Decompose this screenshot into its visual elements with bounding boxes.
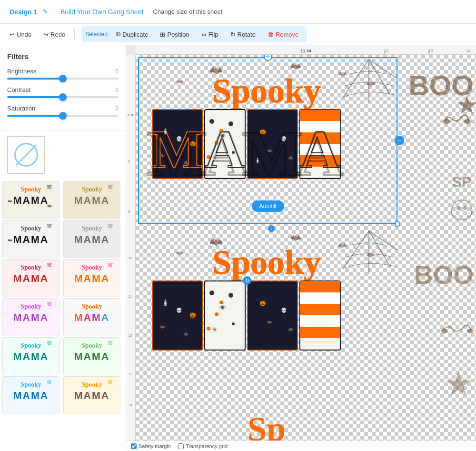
- svg-text:🕯️: 🕯️: [162, 299, 169, 306]
- bottom-bar: Safety margin Transparency grid: [126, 441, 476, 451]
- thumbnail-item[interactable]: Spooky MAMA 🕸 🦇: [2, 220, 60, 258]
- thumbnail-item[interactable]: Spooky MAMA 🕸: [63, 337, 120, 375]
- svg-text:MAMA: MAMA: [74, 195, 109, 206]
- thumbnail-item[interactable]: Spooky MAMA 🕸 🦇 🦇: [2, 181, 60, 219]
- svg-text:👻: 👻: [212, 326, 218, 332]
- svg-point-124: [232, 322, 235, 325]
- design-link[interactable]: Design 1: [10, 8, 37, 16]
- svg-text:🦇: 🦇: [8, 238, 12, 242]
- svg-line-110: [369, 231, 397, 250]
- svg-point-122: [228, 293, 233, 298]
- ruler-left-10: 10: [128, 256, 132, 260]
- svg-text:Spooky: Spooky: [81, 381, 102, 388]
- saturation-slider[interactable]: [7, 115, 119, 117]
- brightness-slider[interactable]: [7, 78, 119, 80]
- design-item-1[interactable]: ✛ ↔ Autofill 🦇 🦇 🦇 🦇 🦇: [138, 57, 397, 224]
- svg-rect-135: [300, 281, 340, 292]
- undo-label: Undo: [17, 31, 31, 38]
- svg-text:🎃: 🎃: [259, 300, 266, 306]
- brightness-filter: Brightness 0: [7, 68, 119, 80]
- contrast-filter: Contrast 0: [7, 86, 119, 98]
- svg-text:Spooky: Spooky: [81, 303, 102, 310]
- selected-group: Selected: ⧉ Duplicate ⊞ Position ⇔ Flip …: [81, 26, 307, 42]
- design-item-2[interactable]: ↻ 🦇 🦇 🦇 🦇 🦇: [138, 229, 397, 395]
- toolbar: ↩ Undo ↪ Redo Selected: ⧉ Duplicate ⊞ Po…: [0, 24, 476, 45]
- position-button[interactable]: ⊞ Position: [155, 29, 194, 40]
- svg-point-125: [207, 327, 210, 331]
- svg-rect-139: [300, 315, 340, 327]
- svg-line-64: [369, 60, 397, 79]
- svg-line-61: [343, 60, 369, 98]
- svg-text:🕸: 🕸: [47, 380, 52, 385]
- design-item-3-partial[interactable]: Sp: [138, 395, 397, 441]
- flip-button[interactable]: ⇔ Flip: [197, 29, 223, 40]
- svg-text:MAMA: MAMA: [74, 312, 109, 323]
- contrast-slider[interactable]: [7, 96, 119, 98]
- thumbnail-item[interactable]: Spooky MAMA 🕸: [2, 376, 60, 414]
- thumbnail-item[interactable]: Spooky MAMA 🕸: [63, 181, 120, 219]
- canvas-content[interactable]: BOO ★ SP BOO ★: [136, 55, 476, 441]
- saturation-filter: Saturation 0: [7, 105, 119, 117]
- svg-text:🦇: 🦇: [338, 241, 347, 250]
- svg-text:MAMA: MAMA: [74, 273, 109, 284]
- svg-text:MAMA: MAMA: [13, 390, 49, 401]
- svg-text:Spooky: Spooky: [20, 303, 41, 310]
- svg-rect-136: [300, 304, 340, 315]
- svg-text:🦇: 🦇: [290, 61, 301, 71]
- flip-label: Flip: [208, 31, 218, 38]
- thumbnail-item[interactable]: Spooky MAMA 🕸: [2, 337, 60, 375]
- safety-margin-label: Safety margin: [139, 443, 171, 449]
- thumbnail-item[interactable]: Spooky MAMA 🕸: [2, 298, 60, 336]
- redo-button[interactable]: ↪ Redo: [39, 28, 70, 41]
- ruler-left-11: 11: [128, 294, 132, 299]
- thumbnail-item[interactable]: Spooky MAMA 🕸: [63, 220, 120, 258]
- svg-text:🎃: 🎃: [189, 311, 196, 318]
- canvas-area[interactable]: 11.34 12 13 14 7.36 8 9 10 11 12 13 14 B…: [126, 45, 476, 451]
- svg-text:🦇: 🦇: [159, 324, 166, 330]
- rotate-button[interactable]: ↻ Rotate: [226, 29, 260, 40]
- no-image-placeholder: [7, 136, 45, 174]
- svg-text:Spooky: Spooky: [20, 381, 41, 388]
- undo-button[interactable]: ↩ Undo: [5, 28, 36, 41]
- safety-margin-checkbox[interactable]: [131, 443, 137, 449]
- filters-title: Filters: [7, 52, 119, 60]
- thumbnail-item[interactable]: Spooky MAMA: [63, 298, 120, 336]
- svg-text:Spooky: Spooky: [20, 225, 41, 232]
- resize-bottom-1[interactable]: ↕: [268, 225, 275, 232]
- svg-text:🕸: 🕸: [47, 341, 52, 346]
- svg-text:💀: 💀: [281, 307, 287, 313]
- contrast-label: Contrast: [7, 86, 30, 93]
- svg-text:🦇: 🦇: [267, 319, 273, 325]
- brightness-label: Brightness: [7, 68, 36, 75]
- thumbnail-item[interactable]: Spooky MAMA 🕸: [63, 259, 120, 297]
- svg-text:Spooky: Spooky: [81, 186, 102, 193]
- duplicate-button[interactable]: ⧉ Duplicate: [111, 28, 153, 40]
- svg-text:A: A: [201, 118, 248, 189]
- flip-icon: ⇔: [201, 31, 207, 38]
- transparency-grid-label: Transparency grid: [186, 443, 228, 449]
- position-label: Position: [167, 31, 189, 38]
- saturation-value: 0: [115, 105, 119, 112]
- autofill-button[interactable]: Autofill: [251, 200, 284, 212]
- change-size-text[interactable]: Change size of this sheet: [153, 8, 222, 15]
- edit-icon[interactable]: ✎: [43, 8, 48, 15]
- thumbnail-item[interactable]: Spooky MAMA 🕸: [63, 376, 120, 414]
- safety-margin-toggle[interactable]: Safety margin: [131, 443, 171, 449]
- gang-sheet-link[interactable]: Build Your Own Gang Sheet: [60, 8, 143, 16]
- resize-right-1[interactable]: ↔: [395, 136, 404, 145]
- contrast-thumb[interactable]: [59, 93, 67, 101]
- trash-icon: 🗑: [268, 31, 274, 38]
- brightness-thumb[interactable]: [59, 75, 67, 82]
- transparency-grid-toggle[interactable]: Transparency grid: [178, 443, 228, 449]
- saturation-thumb[interactable]: [59, 112, 67, 120]
- transparency-grid-checkbox[interactable]: [178, 443, 184, 449]
- ruler-left-9: 9: [128, 210, 130, 214]
- remove-button[interactable]: 🗑 Remove: [263, 29, 303, 40]
- rotate-handle-2[interactable]: ↻: [243, 276, 251, 285]
- ruler-left-14: 14: [128, 403, 132, 407]
- svg-text:Spooky: Spooky: [212, 72, 321, 110]
- svg-text:🦇: 🦇: [290, 232, 301, 243]
- resize-handle-br-1[interactable]: [395, 221, 400, 227]
- svg-point-120: [209, 291, 214, 295]
- thumbnail-item[interactable]: Spooky MAMA 🕸: [2, 259, 60, 297]
